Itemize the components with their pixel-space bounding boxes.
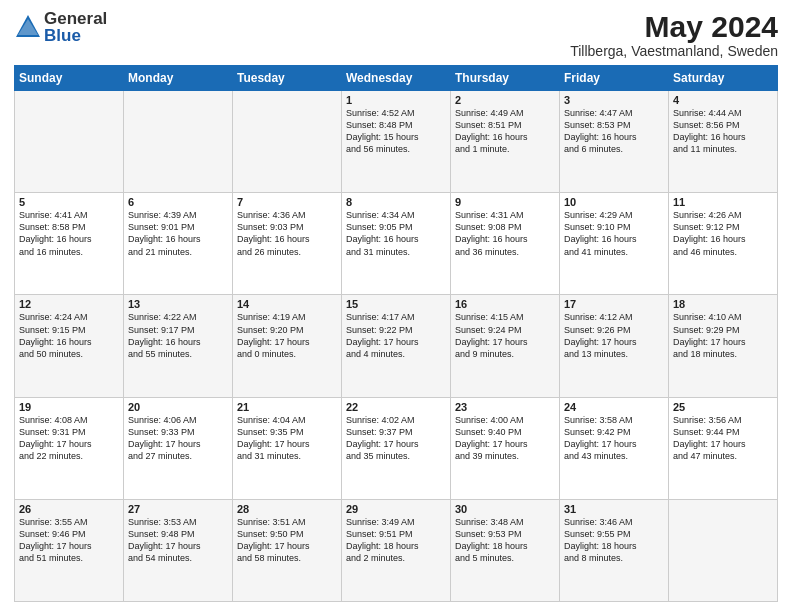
day-info: Sunrise: 4:44 AM Sunset: 8:56 PM Dayligh… — [673, 107, 773, 156]
calendar-cell: 29Sunrise: 3:49 AM Sunset: 9:51 PM Dayli… — [342, 499, 451, 601]
day-number: 11 — [673, 196, 773, 208]
day-info: Sunrise: 3:51 AM Sunset: 9:50 PM Dayligh… — [237, 516, 337, 565]
day-number: 3 — [564, 94, 664, 106]
calendar-cell: 17Sunrise: 4:12 AM Sunset: 9:26 PM Dayli… — [560, 295, 669, 397]
day-info: Sunrise: 4:10 AM Sunset: 9:29 PM Dayligh… — [673, 311, 773, 360]
day-info: Sunrise: 4:08 AM Sunset: 9:31 PM Dayligh… — [19, 414, 119, 463]
calendar-cell: 12Sunrise: 4:24 AM Sunset: 9:15 PM Dayli… — [15, 295, 124, 397]
day-number: 7 — [237, 196, 337, 208]
day-info: Sunrise: 4:31 AM Sunset: 9:08 PM Dayligh… — [455, 209, 555, 258]
day-info: Sunrise: 4:29 AM Sunset: 9:10 PM Dayligh… — [564, 209, 664, 258]
day-header-friday: Friday — [560, 66, 669, 91]
day-number: 22 — [346, 401, 446, 413]
page: General Blue May 2024 Tillberga, Vaestma… — [0, 0, 792, 612]
day-number: 20 — [128, 401, 228, 413]
day-info: Sunrise: 4:12 AM Sunset: 9:26 PM Dayligh… — [564, 311, 664, 360]
calendar-cell: 7Sunrise: 4:36 AM Sunset: 9:03 PM Daylig… — [233, 193, 342, 295]
calendar-cell: 14Sunrise: 4:19 AM Sunset: 9:20 PM Dayli… — [233, 295, 342, 397]
calendar-cell: 19Sunrise: 4:08 AM Sunset: 9:31 PM Dayli… — [15, 397, 124, 499]
calendar-cell: 3Sunrise: 4:47 AM Sunset: 8:53 PM Daylig… — [560, 91, 669, 193]
calendar-week-row: 19Sunrise: 4:08 AM Sunset: 9:31 PM Dayli… — [15, 397, 778, 499]
day-info: Sunrise: 4:52 AM Sunset: 8:48 PM Dayligh… — [346, 107, 446, 156]
calendar-cell — [669, 499, 778, 601]
calendar-header-row: SundayMondayTuesdayWednesdayThursdayFrid… — [15, 66, 778, 91]
calendar-cell: 11Sunrise: 4:26 AM Sunset: 9:12 PM Dayli… — [669, 193, 778, 295]
day-info: Sunrise: 4:26 AM Sunset: 9:12 PM Dayligh… — [673, 209, 773, 258]
day-info: Sunrise: 4:02 AM Sunset: 9:37 PM Dayligh… — [346, 414, 446, 463]
day-number: 26 — [19, 503, 119, 515]
day-header-thursday: Thursday — [451, 66, 560, 91]
day-number: 13 — [128, 298, 228, 310]
day-number: 10 — [564, 196, 664, 208]
title-block: May 2024 Tillberga, Vaestmanland, Sweden — [570, 10, 778, 59]
day-number: 21 — [237, 401, 337, 413]
day-info: Sunrise: 4:00 AM Sunset: 9:40 PM Dayligh… — [455, 414, 555, 463]
day-number: 6 — [128, 196, 228, 208]
day-number: 28 — [237, 503, 337, 515]
day-info: Sunrise: 4:17 AM Sunset: 9:22 PM Dayligh… — [346, 311, 446, 360]
calendar-cell: 4Sunrise: 4:44 AM Sunset: 8:56 PM Daylig… — [669, 91, 778, 193]
day-number: 24 — [564, 401, 664, 413]
day-info: Sunrise: 4:41 AM Sunset: 8:58 PM Dayligh… — [19, 209, 119, 258]
calendar-cell: 28Sunrise: 3:51 AM Sunset: 9:50 PM Dayli… — [233, 499, 342, 601]
calendar-cell: 1Sunrise: 4:52 AM Sunset: 8:48 PM Daylig… — [342, 91, 451, 193]
month-year: May 2024 — [570, 10, 778, 43]
calendar-week-row: 1Sunrise: 4:52 AM Sunset: 8:48 PM Daylig… — [15, 91, 778, 193]
day-number: 9 — [455, 196, 555, 208]
day-number: 14 — [237, 298, 337, 310]
calendar-week-row: 26Sunrise: 3:55 AM Sunset: 9:46 PM Dayli… — [15, 499, 778, 601]
day-info: Sunrise: 3:58 AM Sunset: 9:42 PM Dayligh… — [564, 414, 664, 463]
day-number: 5 — [19, 196, 119, 208]
calendar-cell: 31Sunrise: 3:46 AM Sunset: 9:55 PM Dayli… — [560, 499, 669, 601]
calendar-cell: 27Sunrise: 3:53 AM Sunset: 9:48 PM Dayli… — [124, 499, 233, 601]
logo-text: General Blue — [44, 10, 107, 44]
calendar-cell: 10Sunrise: 4:29 AM Sunset: 9:10 PM Dayli… — [560, 193, 669, 295]
day-number: 4 — [673, 94, 773, 106]
logo: General Blue — [14, 10, 107, 44]
logo-blue-label: Blue — [44, 27, 107, 44]
day-info: Sunrise: 4:04 AM Sunset: 9:35 PM Dayligh… — [237, 414, 337, 463]
day-header-monday: Monday — [124, 66, 233, 91]
calendar-cell: 21Sunrise: 4:04 AM Sunset: 9:35 PM Dayli… — [233, 397, 342, 499]
day-info: Sunrise: 3:48 AM Sunset: 9:53 PM Dayligh… — [455, 516, 555, 565]
calendar-cell: 9Sunrise: 4:31 AM Sunset: 9:08 PM Daylig… — [451, 193, 560, 295]
day-info: Sunrise: 3:56 AM Sunset: 9:44 PM Dayligh… — [673, 414, 773, 463]
day-header-wednesday: Wednesday — [342, 66, 451, 91]
day-info: Sunrise: 4:06 AM Sunset: 9:33 PM Dayligh… — [128, 414, 228, 463]
day-number: 25 — [673, 401, 773, 413]
day-header-sunday: Sunday — [15, 66, 124, 91]
day-number: 15 — [346, 298, 446, 310]
calendar-cell: 22Sunrise: 4:02 AM Sunset: 9:37 PM Dayli… — [342, 397, 451, 499]
day-number: 30 — [455, 503, 555, 515]
calendar-cell — [15, 91, 124, 193]
day-info: Sunrise: 3:46 AM Sunset: 9:55 PM Dayligh… — [564, 516, 664, 565]
calendar-cell: 25Sunrise: 3:56 AM Sunset: 9:44 PM Dayli… — [669, 397, 778, 499]
logo-general-label: General — [44, 10, 107, 27]
calendar-cell: 15Sunrise: 4:17 AM Sunset: 9:22 PM Dayli… — [342, 295, 451, 397]
generalblue-icon — [14, 13, 42, 41]
calendar-cell: 16Sunrise: 4:15 AM Sunset: 9:24 PM Dayli… — [451, 295, 560, 397]
calendar-cell: 13Sunrise: 4:22 AM Sunset: 9:17 PM Dayli… — [124, 295, 233, 397]
calendar-cell: 24Sunrise: 3:58 AM Sunset: 9:42 PM Dayli… — [560, 397, 669, 499]
day-info: Sunrise: 3:55 AM Sunset: 9:46 PM Dayligh… — [19, 516, 119, 565]
calendar-cell: 2Sunrise: 4:49 AM Sunset: 8:51 PM Daylig… — [451, 91, 560, 193]
location: Tillberga, Vaestmanland, Sweden — [570, 43, 778, 59]
day-number: 18 — [673, 298, 773, 310]
day-header-tuesday: Tuesday — [233, 66, 342, 91]
calendar-cell: 8Sunrise: 4:34 AM Sunset: 9:05 PM Daylig… — [342, 193, 451, 295]
calendar-cell: 26Sunrise: 3:55 AM Sunset: 9:46 PM Dayli… — [15, 499, 124, 601]
day-info: Sunrise: 4:49 AM Sunset: 8:51 PM Dayligh… — [455, 107, 555, 156]
calendar-cell: 6Sunrise: 4:39 AM Sunset: 9:01 PM Daylig… — [124, 193, 233, 295]
day-info: Sunrise: 4:15 AM Sunset: 9:24 PM Dayligh… — [455, 311, 555, 360]
day-info: Sunrise: 3:49 AM Sunset: 9:51 PM Dayligh… — [346, 516, 446, 565]
day-info: Sunrise: 4:22 AM Sunset: 9:17 PM Dayligh… — [128, 311, 228, 360]
day-info: Sunrise: 4:36 AM Sunset: 9:03 PM Dayligh… — [237, 209, 337, 258]
day-info: Sunrise: 4:24 AM Sunset: 9:15 PM Dayligh… — [19, 311, 119, 360]
calendar-week-row: 5Sunrise: 4:41 AM Sunset: 8:58 PM Daylig… — [15, 193, 778, 295]
day-number: 31 — [564, 503, 664, 515]
day-info: Sunrise: 4:19 AM Sunset: 9:20 PM Dayligh… — [237, 311, 337, 360]
calendar-cell — [124, 91, 233, 193]
day-number: 1 — [346, 94, 446, 106]
calendar-cell: 5Sunrise: 4:41 AM Sunset: 8:58 PM Daylig… — [15, 193, 124, 295]
day-number: 27 — [128, 503, 228, 515]
